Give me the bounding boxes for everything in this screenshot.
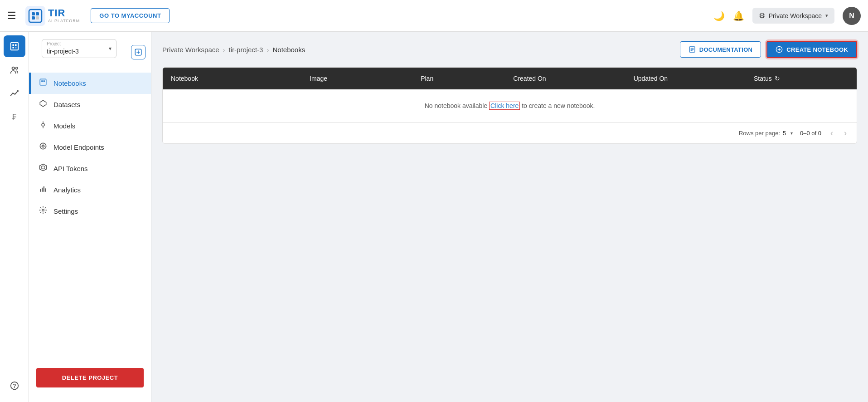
settings-icon (38, 206, 48, 216)
main-layout: ₣ ? Project tir-project-3 ▾ (0, 32, 868, 402)
main-content: Private Workspace › tir-project-3 › Note… (151, 32, 868, 402)
rows-per-page-select[interactable]: 5 10 25 (783, 130, 796, 137)
svg-rect-8 (15, 44, 16, 46)
svg-rect-35 (42, 188, 43, 192)
sidebar-item-settings[interactable]: Settings (29, 201, 151, 222)
topnav-right: 🌙 🔔 ⚙ Private Workspace ▾ N (713, 7, 861, 25)
svg-rect-3 (36, 12, 39, 15)
pagination-info: 0–0 of 0 (800, 130, 821, 137)
sidebar-item-model-endpoints[interactable]: Model Endpoints (29, 137, 151, 158)
rail-item-help[interactable]: ? (4, 375, 25, 397)
rail-item-analytics[interactable] (4, 83, 25, 104)
svg-rect-9 (12, 47, 14, 49)
svg-marker-32 (40, 164, 47, 171)
hamburger-menu-icon[interactable]: ☰ (7, 10, 16, 22)
sidebar-item-model-endpoints-label: Model Endpoints (53, 143, 104, 151)
col-notebook: Notebook (163, 68, 301, 89)
svg-rect-7 (12, 44, 14, 46)
breadcrumb-project[interactable]: tir-project-3 (229, 46, 263, 54)
sidebar-item-analytics[interactable]: Analytics (29, 179, 151, 201)
sidebar-item-api-tokens-label: API Tokens (53, 165, 88, 172)
delete-project-button[interactable]: DELETE PROJECT (36, 368, 144, 387)
analytics-icon (38, 185, 48, 195)
sidebar-item-analytics-label: Analytics (53, 186, 81, 194)
go-to-myaccount-button[interactable]: GO TO MYACCOUNT (91, 8, 170, 23)
refresh-icon[interactable]: ↻ (775, 75, 780, 82)
notebooks-table: Notebook Image Plan Created On Updated O… (162, 67, 857, 144)
user-avatar[interactable]: N (843, 7, 861, 25)
sidebar-item-api-tokens[interactable]: API Tokens (29, 158, 151, 179)
notifications-icon[interactable]: 🔔 (733, 10, 744, 21)
table-header: Notebook Image Plan Created On Updated O… (163, 68, 857, 89)
empty-message-after: to create a new notebook. (522, 102, 595, 109)
models-icon (38, 121, 48, 131)
logo[interactable]: TIR AI PLATFORM (25, 6, 80, 26)
content-header: Private Workspace › tir-project-3 › Note… (162, 41, 857, 58)
workspace-caret-icon: ▾ (825, 13, 828, 19)
svg-point-13 (17, 90, 19, 92)
sidebar-item-models[interactable]: Models (29, 115, 151, 137)
project-name: tir-project-3 (47, 48, 109, 55)
svg-rect-37 (45, 188, 46, 192)
col-updated-on: Updated On (626, 68, 746, 89)
svg-rect-21 (44, 80, 45, 82)
workspace-label: Private Workspace (769, 12, 822, 20)
svg-rect-4 (32, 16, 35, 20)
empty-state-row: No notebook available Click here to crea… (163, 89, 857, 123)
sidebar-item-notebooks[interactable]: Notebooks (29, 73, 151, 94)
documentation-icon (689, 46, 696, 53)
svg-marker-22 (40, 100, 46, 107)
datasets-icon (38, 99, 48, 110)
create-notebook-plus-icon (776, 46, 783, 53)
svg-point-11 (12, 67, 15, 70)
breadcrumb-sep-1: › (223, 46, 225, 54)
svg-rect-0 (25, 6, 45, 26)
empty-message-before: No notebook available (425, 102, 488, 109)
table-footer: Rows per page: 5 10 25 ▾ 0–0 of 0 ‹ › (163, 123, 857, 143)
svg-rect-10 (15, 47, 16, 49)
pagination-prev-button[interactable]: ‹ (829, 128, 835, 138)
workspace-selector-button[interactable]: ⚙ Private Workspace ▾ (752, 8, 834, 24)
api-tokens-icon (38, 163, 48, 174)
sidebar-navigation: Notebooks Datasets (29, 73, 151, 361)
svg-point-27 (42, 145, 44, 147)
add-project-button[interactable] (131, 45, 145, 59)
svg-rect-34 (40, 189, 41, 192)
svg-point-12 (15, 67, 18, 69)
documentation-button[interactable]: DOCUMENTATION (680, 41, 761, 58)
create-notebook-button[interactable]: CREATE NOTEBOOK (766, 41, 857, 58)
breadcrumb-current-page: Notebooks (272, 46, 305, 54)
notebooks-icon (38, 78, 48, 88)
click-here-link[interactable]: Click here (489, 102, 520, 110)
col-plan: Plan (412, 68, 505, 89)
sidebar-item-datasets-label: Datasets (53, 101, 80, 108)
sidebar-item-models-label: Models (53, 122, 75, 130)
svg-rect-6 (10, 43, 18, 50)
sidebar-item-settings-label: Settings (53, 207, 78, 215)
rail-item-billing[interactable]: ₣ (4, 106, 25, 128)
svg-rect-19 (40, 79, 46, 85)
rail-item-notebooks[interactable] (4, 35, 25, 57)
project-selector[interactable]: Project tir-project-3 ▾ (42, 39, 116, 58)
col-updated-on-label: Updated On (634, 75, 668, 82)
rail-item-users[interactable] (4, 59, 25, 81)
breadcrumb-sep-2: › (267, 46, 269, 54)
header-actions: DOCUMENTATION CREATE NOTEBOOK (680, 41, 857, 58)
col-image: Image (301, 68, 412, 89)
col-status-label: Status (754, 75, 772, 82)
rows-per-page-label: Rows per page: (739, 130, 780, 137)
table-body: No notebook available Click here to crea… (163, 89, 857, 123)
svg-rect-20 (41, 80, 43, 82)
breadcrumb: Private Workspace › tir-project-3 › Note… (162, 46, 305, 54)
svg-point-38 (42, 209, 44, 211)
icon-rail: ₣ ? (0, 32, 29, 402)
pagination-next-button[interactable]: › (842, 128, 849, 138)
project-caret-icon[interactable]: ▾ (109, 45, 112, 52)
sidebar-item-datasets[interactable]: Datasets (29, 94, 151, 115)
rows-per-page-control: Rows per page: 5 10 25 ▾ (739, 130, 793, 137)
workspace-connection-icon: ⚙ (759, 11, 765, 20)
logo-tir-text: TIR (48, 8, 80, 19)
svg-rect-2 (32, 12, 35, 15)
breadcrumb-workspace[interactable]: Private Workspace (162, 46, 219, 54)
dark-mode-icon[interactable]: 🌙 (713, 10, 725, 21)
